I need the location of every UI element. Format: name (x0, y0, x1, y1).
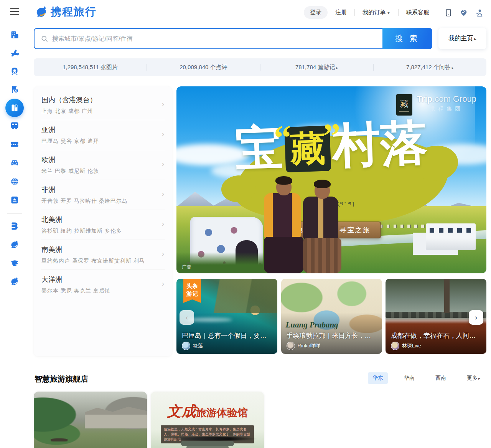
avatar (287, 342, 295, 350)
article-author[interactable]: Rinko咩咩 (287, 342, 320, 350)
mobile-app-icon[interactable] (444, 8, 453, 17)
hotel-icon (10, 30, 19, 39)
hero-title-highlight: “ 藏 ” (284, 126, 331, 172)
destination-row-south-america[interactable]: 南美洲 里约热内卢 圣保罗 布宜诺斯艾利斯 利马 › (41, 240, 165, 270)
nav-divider (398, 9, 399, 16)
chevron-right-icon: › (162, 190, 164, 198)
sidebar-item-car[interactable] (5, 154, 24, 172)
store-card-wencheng[interactable]: 文成旅游体验馆 伯温故里，天然文成：青山秀水、长寿侨乡、集历史名人、佛教、民俗、… (151, 392, 264, 448)
stats-bar: 1,298,548,511 张图片 20,009,840 个点评 781,784… (34, 58, 486, 76)
sidebar-item-dolphin[interactable] (5, 235, 24, 254)
destination-row-oceania[interactable]: 大洋洲 墨尔本 悉尼 奥克兰 皇后镇 › (41, 270, 165, 300)
sidebar-item-wing[interactable] (5, 254, 24, 272)
search-input[interactable] (52, 35, 376, 42)
dolphin-icon (10, 240, 19, 249)
search-icon (41, 35, 48, 43)
sidebar-item-global[interactable] (5, 172, 24, 191)
search-row: 搜 索 我的主页▸ (34, 28, 486, 49)
stat-reviews[interactable]: 20,009,840 个点评 (147, 64, 260, 71)
chevron-right-icon: ▸ (478, 376, 480, 380)
destination-row-africa[interactable]: 非洲 开普敦 开罗 马拉喀什 桑给巴尔岛 › (41, 180, 165, 210)
my-homepage-button[interactable]: 我的主页▸ (438, 28, 486, 49)
visa-icon (10, 195, 19, 205)
article-author[interactable]: 林琛Live (391, 342, 421, 350)
sidebar-divider (7, 213, 22, 214)
article-card-luang-prabang[interactable]: Luang Prabang 手绘琅勃拉邦｜来日方长，… Rinko咩咩 (281, 279, 382, 354)
article-author[interactable]: 筱莲 (182, 342, 203, 350)
register-link[interactable]: 注册 (334, 7, 348, 18)
ticket-icon (10, 140, 19, 149)
nav-divider (437, 9, 437, 16)
my-orders-menu[interactable]: 我的订单▼ (362, 7, 391, 18)
login-link[interactable]: 登录 (304, 6, 328, 19)
stat-travel-notes[interactable]: 781,784 篇游记▸ (260, 64, 373, 71)
bus-icon (10, 121, 19, 130)
contact-service-link[interactable]: 联系客服 (405, 7, 430, 18)
hero-title: 宝 “ 藏 ” 村落 (176, 115, 486, 178)
brand-logo[interactable]: 携程旅行 (35, 5, 97, 19)
chevron-right-icon: ▸ (474, 36, 476, 41)
tour-flag-icon (10, 85, 19, 94)
travel-guide-icon (10, 103, 19, 112)
tab-xinan[interactable]: 西南 (431, 372, 451, 384)
carousel-next-button[interactable]: › (469, 310, 483, 325)
tripcom-group-logo: Trip.com Group (417, 94, 476, 104)
destination-row-asia[interactable]: 亚洲 巴厘岛 曼谷 京都 迪拜 › (41, 120, 165, 150)
menu-button[interactable] (10, 8, 19, 15)
stat-images[interactable]: 1,298,548,511 张图片 (34, 64, 147, 71)
top-bar: 携程旅行 登录 注册 我的订单▼ 联系客服 (34, 0, 486, 23)
tibetan-house (426, 223, 476, 250)
destination-row-europe[interactable]: 欧洲 米兰 巴黎 威尼斯 伦敦 › (41, 150, 165, 180)
car-icon (10, 158, 19, 167)
hero-banner-ad[interactable]: 宝 “ 藏 ” 村落 གཏེར་མཛོད་སྡེ་བ། “地球第三极” 寻宝之旅… (176, 86, 486, 273)
sidebar-item-business[interactable] (5, 217, 24, 235)
sidebar-item-tour[interactable] (5, 80, 24, 99)
stone-gate (186, 445, 229, 448)
search-button[interactable]: 搜 索 (382, 28, 432, 49)
sidebar-item-visa[interactable] (5, 191, 24, 209)
avatar (391, 342, 399, 350)
dolphin-logo-icon (35, 5, 48, 19)
search-box (34, 28, 382, 49)
nav-divider (354, 9, 355, 16)
person-figure (303, 182, 341, 273)
service-agent-icon[interactable] (475, 8, 483, 17)
tab-huadong[interactable]: 华东 (368, 372, 388, 384)
chevron-right-icon: › (162, 130, 164, 138)
destination-row-north-america[interactable]: 北美洲 洛杉矶 纽约 拉斯维加斯 多伦多 › (41, 210, 165, 240)
global-travel-icon (10, 177, 19, 186)
sidebar-item-bus[interactable] (5, 116, 24, 135)
destination-row-domestic[interactable]: 国内（含港澳台） 上海 北京 成都 广州 › (41, 90, 165, 120)
sidebar-item-flight[interactable] (5, 44, 24, 62)
ad-label: 广告 (182, 264, 192, 270)
chevron-left-icon: ‹ (186, 314, 188, 322)
store-card-title: 文成旅游体验馆 (167, 402, 248, 421)
chevron-right-icon: › (475, 314, 477, 322)
treasure-village-badge: 藏 (396, 94, 412, 116)
sidebar-item-dolphin-2[interactable] (5, 272, 24, 291)
chevron-right-icon: ▸ (336, 66, 338, 70)
ink-stroke (166, 437, 256, 441)
person-figure (264, 179, 304, 273)
headline-notes-badge: 头条 游记 (183, 279, 201, 303)
carousel-prev-button[interactable]: ‹ (180, 310, 194, 325)
tab-more[interactable]: 更多▸ (462, 372, 485, 384)
header-nav: 登录 注册 我的订单▼ 联系客服 (304, 6, 483, 19)
section-title: 智慧旅游旗舰店 (35, 374, 88, 384)
sidebar-item-train[interactable] (5, 62, 24, 81)
chevron-right-icon: › (162, 280, 164, 288)
tab-huanan[interactable]: 华南 (399, 372, 419, 384)
avatar (182, 342, 190, 350)
store-card-watertown[interactable] (34, 392, 147, 448)
stat-questions[interactable]: 7,827,412 个问答▸ (374, 64, 486, 71)
sidebar-item-guide-active[interactable] (5, 99, 24, 117)
left-sidebar (0, 0, 29, 448)
member-care-icon[interactable] (460, 8, 468, 17)
stores-section-header: 智慧旅游旗舰店 华东 华南 西南 更多▸ (34, 372, 486, 385)
ctrip-homepage: 携程旅行 登录 注册 我的订单▼ 联系客服 (0, 0, 491, 448)
sidebar-item-hotel[interactable] (5, 25, 24, 44)
hero-brand-logos: 藏 Trip.com Group 携程集团 (396, 94, 476, 116)
chevron-right-icon: ▸ (452, 66, 454, 70)
sidebar-item-tickets[interactable] (5, 135, 24, 154)
chevron-right-icon: › (162, 160, 164, 168)
